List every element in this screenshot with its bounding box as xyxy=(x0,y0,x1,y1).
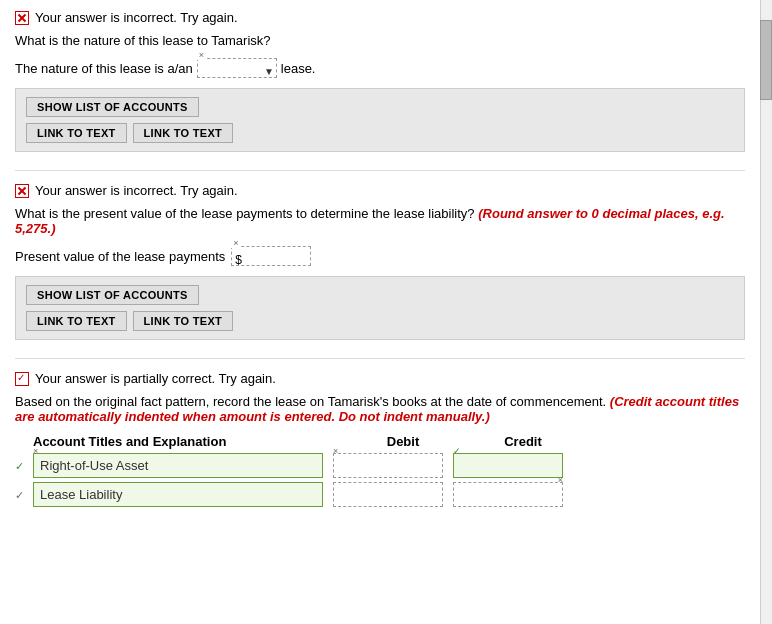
row1-debit-clear-icon: × xyxy=(333,446,338,456)
partial-icon-3 xyxy=(15,372,29,386)
section1-inline-label: The nature of this lease is a/an xyxy=(15,61,193,76)
section3-status-text: Your answer is partially correct. Try ag… xyxy=(35,371,276,386)
section2-tools-panel: SHOW LIST OF ACCOUNTS LINK TO TEXT LINK … xyxy=(15,276,745,340)
divider-2 xyxy=(15,358,745,359)
pv-clear-icon: × xyxy=(231,239,240,248)
row1-credit-wrap: ✓ xyxy=(453,453,563,478)
section-3: Your answer is partially correct. Try ag… xyxy=(15,371,745,507)
col-header-debit: Debit xyxy=(343,434,463,449)
row2-debit-wrap xyxy=(333,482,443,507)
row2-account-checkmark: ✓ xyxy=(15,489,24,501)
section-1: Your answer is incorrect. Try again. Wha… xyxy=(15,10,745,152)
scrollbar[interactable] xyxy=(760,0,772,624)
row1-account-checkmark: ✓ xyxy=(15,460,24,472)
section2-status-text: Your answer is incorrect. Try again. xyxy=(35,183,238,198)
scrollbar-thumb[interactable] xyxy=(760,20,772,100)
row2-account-input[interactable] xyxy=(33,482,323,507)
row2-credit-wrap: × xyxy=(453,482,563,507)
row1-account-clear-icon: × xyxy=(33,446,38,456)
section1-status-text: Your answer is incorrect. Try again. xyxy=(35,10,238,25)
row2-account-input-wrap xyxy=(33,482,323,507)
error-icon-2 xyxy=(15,184,29,198)
section2-question-main: What is the present value of the lease p… xyxy=(15,206,475,221)
row1-account-input-wrap: × xyxy=(33,453,323,478)
section1-tools-panel: SHOW LIST OF ACCOUNTS LINK TO TEXT LINK … xyxy=(15,88,745,152)
section3-status-line: Your answer is partially correct. Try ag… xyxy=(15,371,745,386)
journal-entry-table: Account Titles and Explanation Debit Cre… xyxy=(15,434,745,507)
section3-question: Based on the original fact pattern, reco… xyxy=(15,394,745,424)
section2-question: What is the present value of the lease p… xyxy=(15,206,745,236)
table-row-2: ✓ × xyxy=(15,482,745,507)
table-row-1: ✓ × × ✓ xyxy=(15,453,745,478)
row2-credit-input[interactable] xyxy=(453,482,563,507)
dropdown-clear-icon-1: × xyxy=(197,51,206,60)
section2-pv-row: Present value of the lease payments × $ xyxy=(15,246,745,266)
section1-link-buttons-row: LINK TO TEXT LINK TO TEXT xyxy=(26,123,734,143)
section2-status-line: Your answer is incorrect. Try again. xyxy=(15,183,745,198)
section2-link-buttons-row: LINK TO TEXT LINK TO TEXT xyxy=(26,311,734,331)
row1-account-input[interactable] xyxy=(33,453,323,478)
show-accounts-button-1[interactable]: SHOW LIST OF ACCOUNTS xyxy=(26,97,199,117)
link-to-text-button-2a[interactable]: LINK TO TEXT xyxy=(26,311,127,331)
divider-1 xyxy=(15,170,745,171)
row2-credit-clear-icon: × xyxy=(558,475,563,485)
link-to-text-button-1a[interactable]: LINK TO TEXT xyxy=(26,123,127,143)
col-header-credit: Credit xyxy=(463,434,583,449)
lease-type-dropdown[interactable]: operating finance xyxy=(197,58,277,78)
link-to-text-button-2b[interactable]: LINK TO TEXT xyxy=(133,311,234,331)
section1-dropdown-wrapper: × operating finance ▼ xyxy=(197,58,277,78)
row2-debit-input[interactable] xyxy=(333,482,443,507)
pv-input-wrapper: × $ xyxy=(231,246,311,266)
section1-status-line: Your answer is incorrect. Try again. xyxy=(15,10,745,25)
section3-question-main: Based on the original fact pattern, reco… xyxy=(15,394,606,409)
row1-check-col: ✓ xyxy=(15,458,33,473)
table-header-row: Account Titles and Explanation Debit Cre… xyxy=(15,434,745,449)
link-to-text-button-1b[interactable]: LINK TO TEXT xyxy=(133,123,234,143)
col-header-account: Account Titles and Explanation xyxy=(33,434,343,449)
main-container: Your answer is incorrect. Try again. Wha… xyxy=(0,0,760,535)
section1-inline-suffix: lease. xyxy=(281,61,316,76)
section-2: Your answer is incorrect. Try again. Wha… xyxy=(15,183,745,340)
section1-question: What is the nature of this lease to Tama… xyxy=(15,33,745,48)
section1-inline-row: The nature of this lease is a/an × opera… xyxy=(15,58,745,78)
row1-debit-input[interactable] xyxy=(333,453,443,478)
row1-debit-wrap: × xyxy=(333,453,443,478)
row1-credit-input[interactable] xyxy=(453,453,563,478)
show-accounts-button-2[interactable]: SHOW LIST OF ACCOUNTS xyxy=(26,285,199,305)
pv-label: Present value of the lease payments xyxy=(15,249,225,264)
dollar-sign: $ xyxy=(235,253,242,267)
pv-input[interactable] xyxy=(231,246,311,266)
error-icon-1 xyxy=(15,11,29,25)
row1-credit-check-icon: ✓ xyxy=(453,446,461,456)
row2-check-col: ✓ xyxy=(15,487,33,502)
